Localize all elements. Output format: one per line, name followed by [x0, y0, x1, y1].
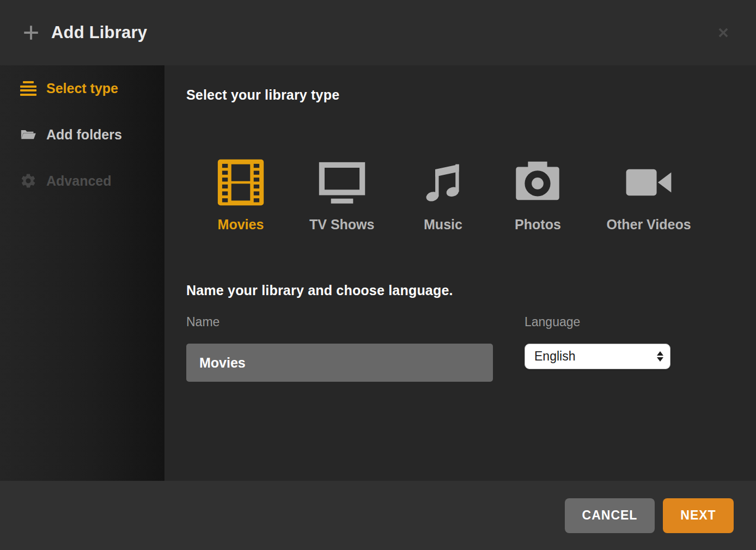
language-select[interactable]: English — [525, 344, 670, 369]
language-selected-value: English — [534, 349, 575, 364]
library-type-movies[interactable]: Movies — [215, 157, 267, 233]
sidebar-item-label: Advanced — [46, 173, 111, 189]
name-field-label: Name — [186, 315, 493, 329]
dialog-title: Add Library — [51, 23, 147, 42]
dialog-footer: CANCEL NEXT — [0, 481, 756, 550]
plus-icon — [22, 23, 40, 42]
sidebar-item-label: Add folders — [46, 127, 122, 143]
cancel-button[interactable]: CANCEL — [565, 498, 655, 533]
close-button[interactable] — [712, 22, 734, 44]
camera-icon — [513, 157, 562, 207]
music-note-icon — [418, 157, 467, 207]
name-section-heading: Name your library and choose language. — [186, 283, 734, 298]
add-library-dialog: Add Library Select type — [0, 0, 756, 550]
list-lines-icon — [20, 81, 37, 96]
open-folder-icon — [20, 126, 37, 143]
sidebar-item-select-type[interactable]: Select type — [0, 73, 164, 104]
sidebar-item-label: Select type — [46, 81, 118, 96]
library-type-label: Movies — [218, 217, 264, 233]
library-type-label: Other Videos — [606, 217, 691, 233]
library-type-other-videos[interactable]: Other Videos — [606, 157, 691, 233]
language-field-label: Language — [525, 315, 670, 329]
tv-icon — [316, 157, 368, 207]
gear-icon — [20, 173, 37, 189]
dialog-header: Add Library — [0, 0, 756, 65]
dialog-body: Select type Add folders Advanced — [0, 65, 756, 481]
library-type-heading: Select your library type — [186, 87, 734, 103]
film-strip-icon — [216, 157, 266, 207]
wizard-steps-sidebar: Select type Add folders Advanced — [0, 65, 164, 481]
library-type-label: Photos — [515, 217, 561, 233]
library-name-input[interactable] — [186, 344, 493, 382]
select-stepper-icon — [657, 351, 663, 362]
name-language-form: Name Language English — [186, 315, 734, 382]
close-icon — [716, 25, 731, 40]
sidebar-item-add-folders[interactable]: Add folders — [0, 119, 164, 150]
library-type-label: Music — [424, 217, 462, 233]
library-type-list: Movies TV Shows — [186, 157, 734, 233]
dialog-content: Select your library type — [164, 65, 756, 481]
next-button[interactable]: NEXT — [663, 498, 734, 533]
video-camera-icon — [624, 157, 674, 207]
library-type-photos[interactable]: Photos — [511, 157, 564, 233]
library-type-tv-shows[interactable]: TV Shows — [309, 157, 374, 233]
library-type-music[interactable]: Music — [417, 157, 469, 233]
sidebar-item-advanced: Advanced — [0, 165, 164, 197]
library-type-label: TV Shows — [309, 217, 374, 233]
